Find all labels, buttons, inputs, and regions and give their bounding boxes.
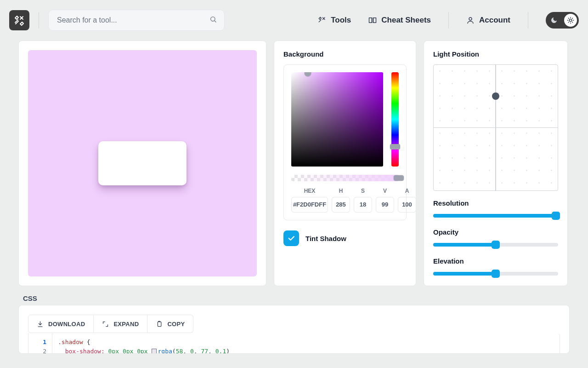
color-picker: HEX #F2D0FDFF H 285 S 18 V 99 A 100 [283, 64, 407, 220]
download-label: DOWNLOAD [48, 321, 85, 328]
app-logo[interactable] [9, 10, 29, 30]
opacity-slider[interactable] [433, 241, 558, 249]
hex-value[interactable]: #F2D0FDFF [291, 197, 328, 213]
alpha-rail[interactable] [291, 175, 399, 181]
svg-point-0 [211, 17, 215, 21]
copy-button[interactable]: COPY [147, 315, 193, 333]
code-editor[interactable]: 123 .shadow { box-shadow: 0px 0px 0px rg… [28, 333, 560, 354]
resolution-knob[interactable] [552, 212, 560, 220]
elevation-knob[interactable] [492, 270, 500, 278]
tools-logo-icon [14, 15, 25, 26]
app-header: Tools Cheat Sheets Account [0, 0, 588, 40]
s-label: S [354, 188, 372, 194]
sun-icon [564, 14, 577, 27]
search-icon [209, 16, 217, 25]
h-value[interactable]: 285 [332, 197, 350, 213]
moon-icon [548, 14, 560, 27]
v-value[interactable]: 99 [376, 197, 394, 213]
nav-tools[interactable]: Tools [318, 16, 351, 25]
hue-thumb[interactable] [390, 144, 400, 150]
svg-point-2 [569, 19, 571, 21]
nav-tools-label: Tools [331, 16, 351, 25]
elevation-label: Elevation [433, 257, 558, 265]
resolution-label: Resolution [433, 199, 558, 207]
download-button[interactable]: DOWNLOAD [28, 315, 94, 333]
light-position-grid[interactable] [433, 64, 558, 191]
nav-account[interactable]: Account [466, 16, 510, 25]
preview-panel [18, 40, 266, 286]
preview-canvas [28, 50, 257, 276]
color-fields: HEX #F2D0FDFF H 285 S 18 V 99 A 100 [291, 188, 399, 213]
h-label: H [332, 188, 350, 194]
a-label: A [398, 188, 416, 194]
clipboard-icon [156, 321, 163, 328]
hue-rail[interactable] [391, 72, 399, 167]
opacity-label: Opacity [433, 228, 558, 236]
hex-label: HEX [291, 188, 328, 194]
code-content[interactable]: .shadow { box-shadow: 0px 0px 0px rgba(5… [52, 333, 560, 354]
alpha-thumb[interactable] [394, 175, 404, 181]
nav-cheat-sheets-label: Cheat Sheets [381, 16, 431, 25]
header-divider [528, 12, 528, 29]
opacity-knob[interactable] [492, 241, 500, 249]
background-title: Background [283, 50, 407, 58]
book-icon [368, 16, 377, 24]
light-position-knob[interactable] [492, 92, 499, 100]
a-value[interactable]: 100 [398, 197, 416, 213]
code-toolbar: DOWNLOAD EXPAND COPY [28, 315, 560, 333]
header-nav: Tools Cheat Sheets Account [318, 12, 579, 29]
code-card: DOWNLOAD EXPAND COPY 123 .shadow { box-s… [18, 305, 570, 354]
code-gutter: 123 [28, 333, 52, 354]
resolution-slider[interactable] [433, 212, 558, 220]
search-box[interactable] [48, 10, 225, 31]
tint-shadow-label: Tint Shadow [305, 235, 346, 242]
s-value[interactable]: 18 [354, 197, 372, 213]
expand-button[interactable]: EXPAND [94, 315, 147, 333]
light-panel: Light Position Resolution Opacity Elevat… [424, 40, 568, 286]
header-divider [448, 12, 449, 29]
nav-account-label: Account [479, 16, 510, 25]
svg-rect-3 [158, 322, 162, 326]
sv-thumb[interactable] [305, 72, 311, 76]
nav-cheat-sheets[interactable]: Cheat Sheets [368, 16, 431, 25]
expand-label: EXPAND [113, 321, 139, 328]
light-position-title: Light Position [433, 50, 558, 58]
theme-toggle[interactable] [546, 12, 579, 29]
css-section-title: CSS [23, 294, 565, 302]
user-icon [466, 16, 475, 24]
tint-shadow-checkbox[interactable] [283, 230, 299, 246]
expand-icon [102, 321, 109, 328]
css-output-section: CSS DOWNLOAD EXPAND COPY 123 .shadow { b… [0, 286, 588, 354]
v-label: V [376, 188, 394, 194]
tools-icon [318, 16, 326, 24]
elevation-slider[interactable] [433, 270, 558, 278]
saturation-value-field[interactable] [291, 72, 383, 167]
search-input[interactable] [56, 16, 217, 25]
svg-point-1 [469, 17, 472, 20]
download-icon [37, 321, 44, 328]
preview-card [98, 141, 187, 185]
copy-label: COPY [167, 321, 185, 328]
background-panel: Background HEX #F2D0FDFF H [274, 40, 416, 286]
header-divider [39, 12, 39, 29]
check-icon [287, 234, 295, 242]
